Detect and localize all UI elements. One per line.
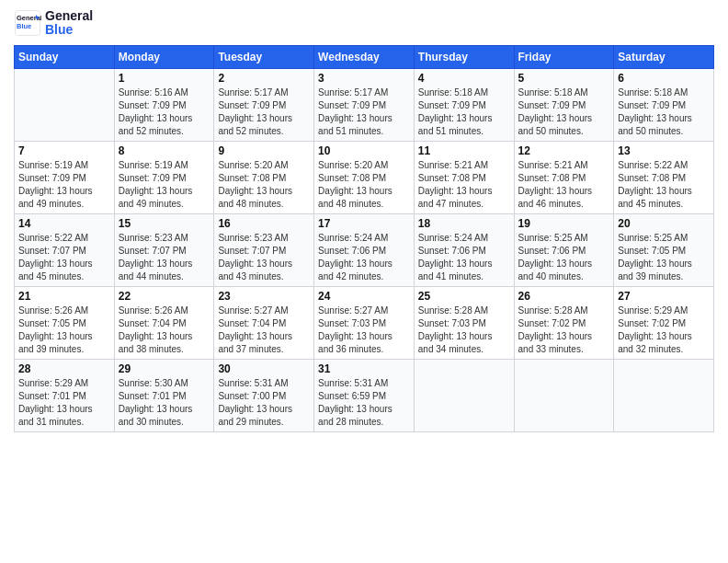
calendar-cell: 26Sunrise: 5:28 AMSunset: 7:02 PMDayligh… [514,286,614,359]
calendar-cell: 8Sunrise: 5:19 AMSunset: 7:09 PMDaylight… [114,141,214,213]
day-info: Sunrise: 5:18 AMSunset: 7:09 PMDaylight:… [418,86,510,138]
day-number: 2 [218,72,310,85]
weekday-header: Sunday [15,45,115,68]
day-info: Sunrise: 5:28 AMSunset: 7:03 PMDaylight:… [418,304,510,356]
day-number: 10 [318,144,410,157]
day-number: 30 [218,362,310,375]
calendar-body: 1Sunrise: 5:16 AMSunset: 7:09 PMDaylight… [15,68,714,431]
day-info: Sunrise: 5:21 AMSunset: 7:08 PMDaylight:… [418,159,510,211]
day-info: Sunrise: 5:24 AMSunset: 7:06 PMDaylight:… [418,232,510,283]
day-number: 19 [518,217,610,230]
calendar-cell: 24Sunrise: 5:27 AMSunset: 7:03 PMDayligh… [314,286,415,359]
calendar-cell [614,359,714,431]
calendar-cell: 10Sunrise: 5:20 AMSunset: 7:08 PMDayligh… [314,141,415,213]
day-info: Sunrise: 5:19 AMSunset: 7:09 PMDaylight:… [119,159,210,211]
calendar-cell: 15Sunrise: 5:23 AMSunset: 7:07 PMDayligh… [114,213,214,286]
day-number: 18 [418,217,510,230]
calendar-cell: 6Sunrise: 5:18 AMSunset: 7:09 PMDaylight… [614,68,714,141]
calendar-cell: 22Sunrise: 5:26 AMSunset: 7:04 PMDayligh… [114,286,214,359]
day-number: 13 [618,144,710,157]
day-number: 27 [618,290,710,303]
calendar-cell: 3Sunrise: 5:17 AMSunset: 7:09 PMDaylight… [314,68,415,141]
calendar-cell: 29Sunrise: 5:30 AMSunset: 7:01 PMDayligh… [114,359,214,431]
day-info: Sunrise: 5:27 AMSunset: 7:03 PMDaylight:… [318,304,410,356]
calendar-cell: 31Sunrise: 5:31 AMSunset: 6:59 PMDayligh… [314,359,415,431]
calendar-cell: 12Sunrise: 5:21 AMSunset: 7:08 PMDayligh… [514,141,614,213]
day-number: 12 [518,144,610,157]
day-number: 5 [518,72,610,85]
calendar-cell [15,68,115,141]
day-info: Sunrise: 5:28 AMSunset: 7:02 PMDaylight:… [518,304,610,356]
calendar-cell: 23Sunrise: 5:27 AMSunset: 7:04 PMDayligh… [214,286,314,359]
day-info: Sunrise: 5:22 AMSunset: 7:08 PMDaylight:… [618,159,710,211]
day-number: 28 [18,362,110,375]
day-number: 16 [218,217,310,230]
calendar-cell: 30Sunrise: 5:31 AMSunset: 7:00 PMDayligh… [214,359,314,431]
calendar-cell: 25Sunrise: 5:28 AMSunset: 7:03 PMDayligh… [414,286,514,359]
weekday-header: Monday [114,45,214,68]
day-info: Sunrise: 5:25 AMSunset: 7:06 PMDaylight:… [518,232,610,283]
calendar-cell: 11Sunrise: 5:21 AMSunset: 7:08 PMDayligh… [414,141,514,213]
day-number: 6 [618,72,710,85]
day-info: Sunrise: 5:18 AMSunset: 7:09 PMDaylight:… [518,86,610,138]
weekday-header: Saturday [614,45,714,68]
day-number: 31 [318,362,410,375]
header: General Blue General Blue [14,9,714,38]
day-info: Sunrise: 5:26 AMSunset: 7:04 PMDaylight:… [119,304,210,356]
day-number: 3 [318,72,410,85]
day-number: 17 [318,217,410,230]
day-number: 20 [618,217,710,230]
calendar-cell: 27Sunrise: 5:29 AMSunset: 7:02 PMDayligh… [614,286,714,359]
calendar-cell: 14Sunrise: 5:22 AMSunset: 7:07 PMDayligh… [15,213,115,286]
day-number: 22 [119,290,210,303]
day-info: Sunrise: 5:29 AMSunset: 7:01 PMDaylight:… [18,377,110,429]
day-number: 11 [418,144,510,157]
weekday-row: SundayMondayTuesdayWednesdayThursdayFrid… [15,45,714,68]
day-info: Sunrise: 5:27 AMSunset: 7:04 PMDaylight:… [218,304,310,356]
day-number: 4 [418,72,510,85]
day-info: Sunrise: 5:17 AMSunset: 7:09 PMDaylight:… [218,86,310,138]
day-info: Sunrise: 5:20 AMSunset: 7:08 PMDaylight:… [318,159,410,211]
day-info: Sunrise: 5:25 AMSunset: 7:05 PMDaylight:… [618,232,710,283]
day-number: 24 [318,290,410,303]
logo: General Blue General Blue [14,9,93,38]
day-number: 8 [119,144,210,157]
day-number: 15 [119,217,210,230]
day-number: 25 [418,290,510,303]
svg-text:Blue: Blue [17,22,31,30]
calendar-cell: 28Sunrise: 5:29 AMSunset: 7:01 PMDayligh… [15,359,115,431]
day-info: Sunrise: 5:29 AMSunset: 7:02 PMDaylight:… [618,304,710,356]
calendar-cell: 17Sunrise: 5:24 AMSunset: 7:06 PMDayligh… [314,213,415,286]
day-info: Sunrise: 5:31 AMSunset: 6:59 PMDaylight:… [318,377,410,429]
calendar-week-row: 21Sunrise: 5:26 AMSunset: 7:05 PMDayligh… [15,286,714,359]
day-info: Sunrise: 5:31 AMSunset: 7:00 PMDaylight:… [218,377,310,429]
calendar-cell: 21Sunrise: 5:26 AMSunset: 7:05 PMDayligh… [15,286,115,359]
day-info: Sunrise: 5:18 AMSunset: 7:09 PMDaylight:… [618,86,710,138]
day-number: 9 [218,144,310,157]
calendar-cell [414,359,514,431]
day-info: Sunrise: 5:17 AMSunset: 7:09 PMDaylight:… [318,86,410,138]
logo-text: General Blue [45,9,93,38]
calendar-cell [514,359,614,431]
day-info: Sunrise: 5:20 AMSunset: 7:08 PMDaylight:… [218,159,310,211]
weekday-header: Tuesday [214,45,314,68]
weekday-header: Wednesday [314,45,415,68]
day-info: Sunrise: 5:30 AMSunset: 7:01 PMDaylight:… [119,377,210,429]
day-number: 26 [518,290,610,303]
calendar-week-row: 28Sunrise: 5:29 AMSunset: 7:01 PMDayligh… [15,359,714,431]
day-number: 14 [18,217,110,230]
calendar-cell: 5Sunrise: 5:18 AMSunset: 7:09 PMDaylight… [514,68,614,141]
day-info: Sunrise: 5:16 AMSunset: 7:09 PMDaylight:… [119,86,210,138]
calendar-week-row: 1Sunrise: 5:16 AMSunset: 7:09 PMDaylight… [15,68,714,141]
day-number: 7 [18,144,110,157]
calendar-cell: 7Sunrise: 5:19 AMSunset: 7:09 PMDaylight… [15,141,115,213]
day-number: 23 [218,290,310,303]
calendar-cell: 1Sunrise: 5:16 AMSunset: 7:09 PMDaylight… [114,68,214,141]
page-container: General Blue General Blue SundayMondayTu… [0,0,728,442]
calendar-cell: 20Sunrise: 5:25 AMSunset: 7:05 PMDayligh… [614,213,714,286]
day-info: Sunrise: 5:22 AMSunset: 7:07 PMDaylight:… [18,232,110,283]
day-info: Sunrise: 5:23 AMSunset: 7:07 PMDaylight:… [119,232,210,283]
calendar-cell: 9Sunrise: 5:20 AMSunset: 7:08 PMDaylight… [214,141,314,213]
calendar-cell: 4Sunrise: 5:18 AMSunset: 7:09 PMDaylight… [414,68,514,141]
day-info: Sunrise: 5:21 AMSunset: 7:08 PMDaylight:… [518,159,610,211]
